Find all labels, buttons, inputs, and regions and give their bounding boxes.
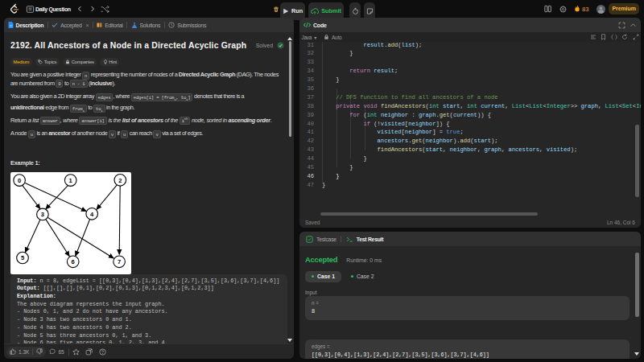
svg-text:1: 1 — [69, 177, 72, 184]
svg-text:6: 6 — [72, 258, 75, 265]
svg-text:5: 5 — [21, 254, 24, 261]
svg-text:2: 2 — [118, 177, 122, 184]
svg-text:0: 0 — [18, 177, 21, 184]
svg-text:3: 3 — [41, 211, 44, 218]
svg-text:7: 7 — [118, 258, 121, 265]
